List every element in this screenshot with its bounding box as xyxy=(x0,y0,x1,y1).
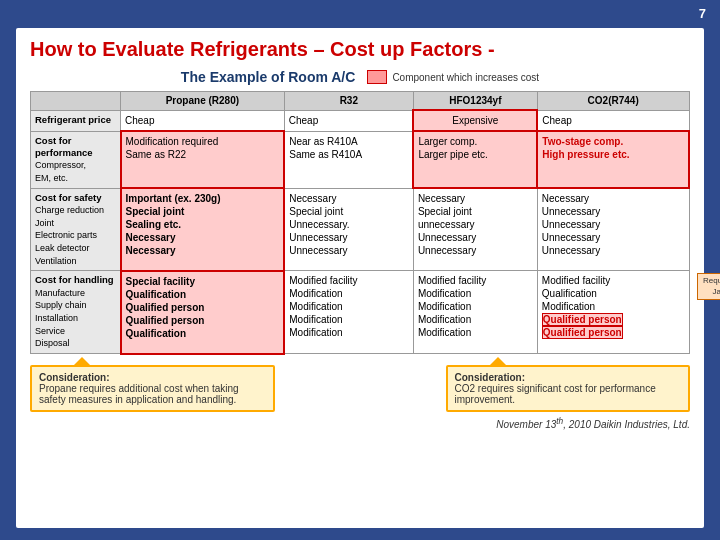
cell-hfo-price: Expensive xyxy=(413,110,537,131)
row-header-handling: Cost for handling ManufactureSupply chai… xyxy=(31,271,121,354)
cell-co2-handling: Modified facilityQualificationModificati… xyxy=(537,271,689,354)
consideration-text-2: CO2 requires significant cost for perfor… xyxy=(455,383,682,405)
slide-container: How to Evaluate Refrigerants – Cost up F… xyxy=(16,28,704,528)
main-title: How to Evaluate Refrigerants – Cost up F… xyxy=(30,38,690,61)
footer: November 13th, 2010 Daikin Industries, L… xyxy=(30,416,690,430)
col-header-r32: R32 xyxy=(284,92,413,111)
cell-propane-price: Cheap xyxy=(121,110,285,131)
table-row: Cost for performance Compressor,EM, etc.… xyxy=(31,131,690,188)
col-header-hfo: HFO1234yf xyxy=(413,92,537,111)
cell-hfo-safety: NecessarySpecial jointunnecessaryUnneces… xyxy=(413,188,537,271)
row-header-safety: Cost for safety Charge reductionJointEle… xyxy=(31,188,121,271)
legend-text: Component which increases cost xyxy=(392,72,539,83)
row-header-price: Refrigerant price xyxy=(31,110,121,131)
row-header-performance: Cost for performance Compressor,EM, etc. xyxy=(31,131,121,188)
consideration-box-1: Consideration: Propane requires addition… xyxy=(30,365,275,412)
consideration-box-2: Consideration: CO2 requires significant … xyxy=(446,365,691,412)
subtitle: The Example of Room A/C xyxy=(181,69,356,85)
cell-r32-handling: Modified facilityModificationModificatio… xyxy=(284,271,413,354)
cell-co2-safety: NecessaryUnnecessaryUnnecessaryUnnecessa… xyxy=(537,188,689,271)
consideration-title-1: Consideration: xyxy=(39,372,266,383)
required-japan-badge: Required in Japan xyxy=(697,273,721,300)
cell-r32-safety: NecessarySpecial jointUnnecessary.Unnece… xyxy=(284,188,413,271)
cell-co2-price: Cheap xyxy=(537,110,689,131)
col-header-co2: CO2(R744) xyxy=(537,92,689,111)
cell-propane-handling: Special facilityQualificationQualified p… xyxy=(121,271,285,354)
cell-hfo-handling: Modified facilityModificationModificatio… xyxy=(413,271,537,354)
title-prefix: How to Evaluate Refrigerants xyxy=(30,38,308,60)
cell-r32-price: Cheap xyxy=(284,110,413,131)
page-number: 7 xyxy=(699,6,706,21)
footer-text: November 13th, 2010 Daikin Industries, L… xyxy=(496,419,690,430)
col-header-empty xyxy=(31,92,121,111)
cell-hfo-perf: Larger comp.Larger pipe etc. xyxy=(413,131,537,188)
comparison-table: Propane (R280) R32 HFO1234yf CO2(R744) R… xyxy=(30,91,690,355)
consideration-text-1: Propane requires additional cost when ta… xyxy=(39,383,266,405)
cell-r32-perf: Near as R410ASame as R410A xyxy=(284,131,413,188)
table-row: Cost for safety Charge reductionJointEle… xyxy=(31,188,690,271)
cell-co2-perf: Two-stage comp.High pressure etc. xyxy=(537,131,689,188)
component-legend: Component which increases cost xyxy=(367,70,539,84)
table-row: Refrigerant price Cheap Cheap Expensive … xyxy=(31,110,690,131)
consideration-title-2: Consideration: xyxy=(455,372,682,383)
cell-propane-perf: Modification requiredSame as R22 xyxy=(121,131,285,188)
col-header-propane: Propane (R280) xyxy=(121,92,285,111)
table-row: Cost for handling ManufactureSupply chai… xyxy=(31,271,690,354)
cell-propane-safety: Important (ex. 230g)Special jointSealing… xyxy=(121,188,285,271)
title-suffix: – Cost up Factors - xyxy=(313,38,494,60)
